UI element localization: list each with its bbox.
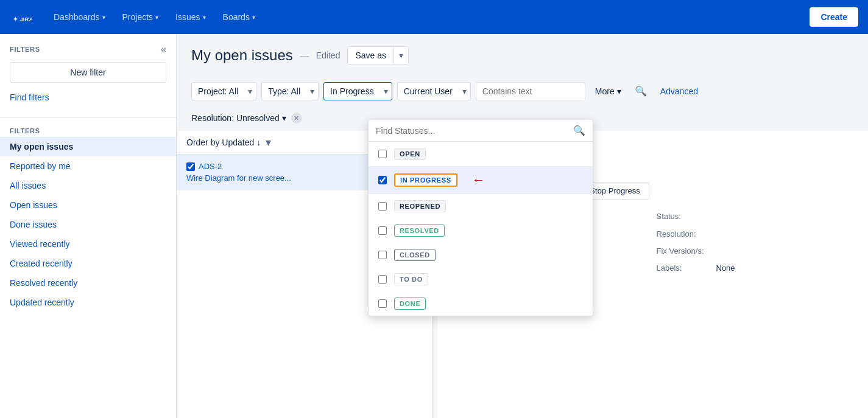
- sidebar-section-label: FILTERS: [0, 122, 176, 137]
- filter-search-button[interactable]: 🔍: [631, 82, 651, 100]
- order-by-button[interactable]: Order by Updated ↓: [186, 138, 261, 147]
- sidebar-item-resolved-recently[interactable]: Resolved recently: [0, 273, 176, 293]
- type-filter-label: Type: All: [262, 83, 306, 100]
- sidebar-item-viewed-recently[interactable]: Viewed recently: [0, 234, 176, 254]
- project-filter[interactable]: Project: All ▾: [191, 82, 256, 100]
- status-in-progress-badge: IN PROGRESS: [394, 173, 457, 187]
- nav-items: Dashboards ▾ Projects ▾ Issues ▾ Boards …: [46, 7, 810, 27]
- main-body: My open issues — Edited Save as ▾ Projec…: [177, 34, 868, 131]
- status-in-progress-checkbox[interactable]: [378, 176, 387, 184]
- more-filter-button[interactable]: More ▾: [590, 83, 626, 100]
- status-closed-badge: CLOSED: [394, 249, 436, 261]
- sidebar-item-my-open-issues[interactable]: My open issues: [0, 137, 176, 156]
- sidebar-collapse-button[interactable]: «: [161, 44, 166, 55]
- arrow-annotation: ←: [472, 172, 485, 188]
- type-filter[interactable]: Type: All ▾: [261, 82, 319, 100]
- labels-label: Labels:: [657, 263, 711, 273]
- logo[interactable]: ✦ JIRA: [10, 6, 32, 28]
- dashboards-dropdown-arrow: ▾: [102, 14, 105, 21]
- status-option-open[interactable]: OPEN: [369, 142, 593, 166]
- status-done-checkbox[interactable]: [378, 299, 387, 308]
- status-filter-arrow: ▾: [380, 83, 392, 100]
- status-todo-checkbox[interactable]: [378, 275, 387, 284]
- svg-text:✦ JIRA: ✦ JIRA: [13, 16, 32, 23]
- meta-labels: Labels: None: [657, 263, 854, 273]
- save-as-button[interactable]: Save as ▾: [347, 46, 409, 64]
- page-title: My open issues: [191, 47, 293, 64]
- status-done-badge: DONE: [394, 298, 426, 310]
- nav-boards[interactable]: Boards ▾: [216, 7, 263, 27]
- sidebar-header: FILTERS «: [0, 44, 176, 62]
- sidebar-item-updated-recently[interactable]: Updated recently: [0, 293, 176, 312]
- projects-dropdown-arrow: ▾: [155, 14, 158, 21]
- status-resolved-checkbox[interactable]: [378, 226, 387, 235]
- status-option-done[interactable]: DONE: [369, 291, 593, 316]
- search-icon: 🔍: [635, 86, 647, 96]
- sidebar-item-all-issues[interactable]: All issues: [0, 176, 176, 195]
- resolution-label-detail: Resolution:: [657, 229, 711, 239]
- status-option-in-progress[interactable]: IN PROGRESS ←: [369, 166, 593, 194]
- sidebar-filters-label: FILTERS: [10, 46, 40, 53]
- order-by-label: Order by Updated: [186, 138, 254, 147]
- status-option-reopened[interactable]: REOPENED: [369, 194, 593, 218]
- status-option-resolved[interactable]: RESOLVED: [369, 218, 593, 243]
- sidebar: FILTERS « New filter Find filters FILTER…: [0, 34, 177, 418]
- sidebar-divider: [0, 117, 176, 117]
- status-reopened-checkbox[interactable]: [378, 202, 387, 211]
- status-option-closed[interactable]: CLOSED: [369, 243, 593, 267]
- meta-status: Status:: [657, 212, 854, 221]
- more-label: More: [595, 86, 615, 96]
- resolution-filter[interactable]: Resolution: Unresolved ▾: [191, 113, 286, 123]
- issue-key-label[interactable]: ADS-2: [199, 162, 222, 171]
- status-search-icon: 🔍: [573, 125, 585, 136]
- resolution-remove-button[interactable]: ✕: [291, 113, 302, 124]
- sidebar-item-reported-by-me[interactable]: Reported by me: [0, 156, 176, 176]
- project-filter-label: Project: All: [192, 83, 244, 100]
- meta-fix-version: Fix Version/s:: [657, 246, 854, 256]
- status-option-todo[interactable]: TO DO: [369, 267, 593, 291]
- resolution-label: Resolution: Unresolved: [191, 113, 280, 123]
- jira-logo-icon: ✦ JIRA: [10, 6, 32, 28]
- nav-issues[interactable]: Issues ▾: [168, 7, 213, 27]
- nav-dashboards[interactable]: Dashboards ▾: [46, 7, 113, 27]
- status-reopened-badge: REOPENED: [394, 200, 446, 212]
- type-filter-arrow: ▾: [306, 83, 318, 100]
- create-button[interactable]: Create: [810, 7, 858, 27]
- status-filter[interactable]: In Progress ▾: [323, 82, 392, 100]
- status-search-row: 🔍: [369, 120, 593, 142]
- sidebar-item-created-recently[interactable]: Created recently: [0, 254, 176, 273]
- edited-label: Edited: [316, 51, 340, 60]
- sidebar-item-done-issues[interactable]: Done issues: [0, 215, 176, 234]
- title-row: My open issues — Edited Save as ▾: [191, 46, 853, 64]
- advanced-label: Advanced: [660, 86, 698, 96]
- resolution-arrow: ▾: [282, 113, 286, 123]
- labels-value: None: [716, 263, 735, 273]
- user-filter-label: Current User: [398, 83, 459, 100]
- status-open-checkbox[interactable]: [378, 150, 387, 158]
- order-by-icon: ↓: [256, 138, 261, 147]
- nav-projects[interactable]: Projects ▾: [115, 7, 166, 27]
- status-resolved-badge: RESOLVED: [394, 225, 445, 237]
- contains-text-input[interactable]: [476, 82, 585, 100]
- sidebar-item-open-issues[interactable]: Open issues: [0, 195, 176, 215]
- status-search-input[interactable]: [376, 126, 568, 136]
- more-arrow-icon: ▾: [617, 86, 621, 96]
- status-label: Status:: [657, 212, 711, 221]
- save-as-dropdown-arrow[interactable]: ▾: [394, 47, 408, 64]
- issue-checkbox[interactable]: [186, 162, 195, 171]
- meta-resolution: Resolution:: [657, 228, 854, 239]
- fix-version-label: Fix Version/s:: [657, 246, 711, 256]
- status-todo-badge: TO DO: [394, 273, 428, 285]
- new-filter-button[interactable]: New filter: [10, 62, 166, 83]
- project-filter-arrow: ▾: [244, 83, 256, 100]
- advanced-button[interactable]: Advanced: [655, 83, 703, 100]
- status-closed-checkbox[interactable]: [378, 251, 387, 259]
- find-filters-link[interactable]: Find filters: [0, 92, 176, 112]
- issues-dropdown-arrow: ▾: [203, 14, 206, 21]
- boards-dropdown-arrow: ▾: [252, 14, 255, 21]
- user-filter[interactable]: Current User ▾: [397, 82, 471, 100]
- order-options-button[interactable]: ▾: [266, 136, 271, 149]
- filter-bar: Project: All ▾ Type: All ▾ In Progress ▾…: [191, 74, 853, 108]
- user-filter-arrow: ▾: [459, 83, 470, 100]
- status-filter-label: In Progress: [324, 83, 380, 100]
